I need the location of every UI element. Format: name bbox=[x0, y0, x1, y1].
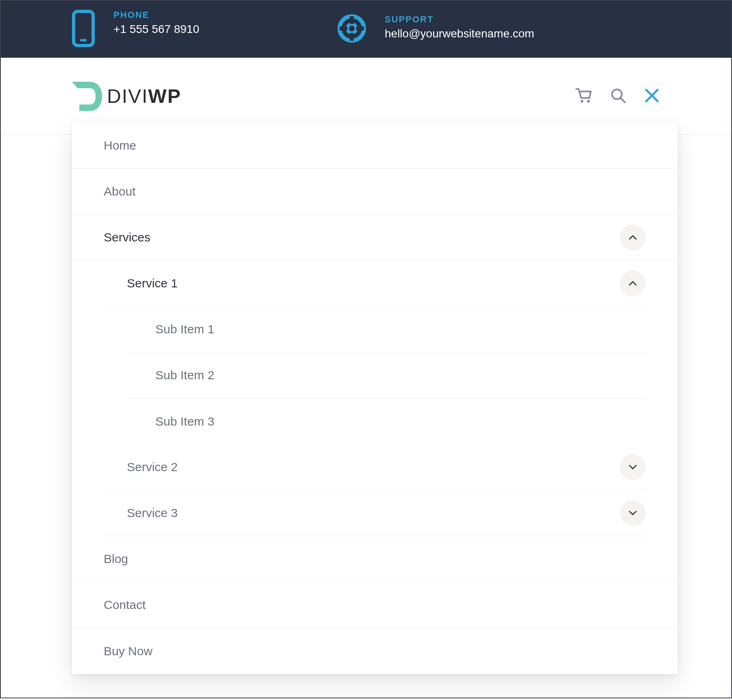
nav-item-label: Buy Now bbox=[104, 644, 152, 658]
nav-item-label: About bbox=[104, 185, 135, 198]
svg-point-9 bbox=[587, 100, 590, 102]
expand-toggle[interactable] bbox=[620, 454, 646, 480]
chevron-down-icon bbox=[627, 462, 638, 472]
nav-item-services[interactable]: Services bbox=[72, 215, 678, 261]
cart-icon[interactable] bbox=[575, 87, 593, 106]
nav-item-label: Service 3 bbox=[127, 506, 178, 520]
nav-item-label: Sub Item 1 bbox=[155, 322, 214, 336]
nav-item-service-3[interactable]: Service 3 bbox=[104, 490, 646, 536]
collapse-toggle[interactable] bbox=[620, 270, 646, 296]
nav-item-home[interactable]: Home bbox=[72, 123, 678, 169]
support-block: SUPPORT hello@yourwebsitename.com bbox=[338, 14, 534, 44]
collapse-toggle[interactable] bbox=[620, 224, 646, 250]
lifering-icon bbox=[338, 14, 366, 44]
services-submenu: Service 1 Sub Item 1 Sub Item 2 Sub Item… bbox=[72, 261, 678, 536]
phone-block: PHONE +1 555 567 8910 bbox=[72, 10, 199, 49]
nav-item-about[interactable]: About bbox=[72, 169, 678, 215]
search-icon[interactable] bbox=[610, 87, 627, 106]
svg-rect-1 bbox=[80, 39, 87, 41]
nav-item-label: Services bbox=[104, 230, 150, 244]
nav-item-service-2[interactable]: Service 2 bbox=[104, 444, 646, 490]
nav-item-sub-3[interactable]: Sub Item 3 bbox=[128, 398, 646, 444]
service-1-submenu: Sub Item 1 Sub Item 2 Sub Item 3 bbox=[72, 307, 678, 444]
nav-item-label: Blog bbox=[104, 552, 128, 566]
nav-item-service-1[interactable]: Service 1 bbox=[104, 261, 646, 307]
nav-item-label: Service 2 bbox=[127, 460, 178, 474]
svg-point-3 bbox=[347, 24, 356, 33]
nav-item-label: Home bbox=[104, 139, 136, 152]
phone-value[interactable]: +1 555 567 8910 bbox=[113, 23, 199, 36]
header-actions bbox=[575, 87, 660, 106]
svg-point-8 bbox=[581, 100, 584, 102]
close-icon[interactable] bbox=[644, 87, 660, 105]
nav-item-blog[interactable]: Blog bbox=[72, 536, 678, 582]
logo-mark-icon bbox=[72, 82, 104, 111]
nav-item-contact[interactable]: Contact bbox=[72, 582, 678, 628]
nav-item-sub-2[interactable]: Sub Item 2 bbox=[128, 352, 646, 398]
nav-item-label: Contact bbox=[104, 598, 146, 612]
nav-item-label: Service 1 bbox=[127, 276, 178, 290]
mobile-nav-menu: Home About Services Service 1 bbox=[72, 123, 678, 674]
support-value[interactable]: hello@yourwebsitename.com bbox=[385, 27, 534, 40]
nav-item-sub-1[interactable]: Sub Item 1 bbox=[128, 307, 646, 352]
chevron-up-icon bbox=[627, 232, 638, 243]
support-label: SUPPORT bbox=[385, 14, 534, 25]
nav-item-label: Sub Item 3 bbox=[155, 415, 214, 428]
logo-text: DIVIWP bbox=[107, 85, 181, 107]
chevron-up-icon bbox=[627, 278, 638, 289]
phone-icon bbox=[72, 10, 95, 49]
chevron-down-icon bbox=[627, 508, 638, 518]
nav-item-label: Sub Item 2 bbox=[155, 368, 214, 382]
expand-toggle[interactable] bbox=[620, 500, 646, 526]
svg-line-11 bbox=[621, 98, 625, 102]
nav-item-buy-now[interactable]: Buy Now bbox=[72, 628, 678, 674]
top-contact-bar: PHONE +1 555 567 8910 SUPPORT hello@your… bbox=[1, 1, 731, 58]
site-logo[interactable]: DIVIWP bbox=[72, 82, 181, 111]
phone-label: PHONE bbox=[113, 10, 199, 20]
